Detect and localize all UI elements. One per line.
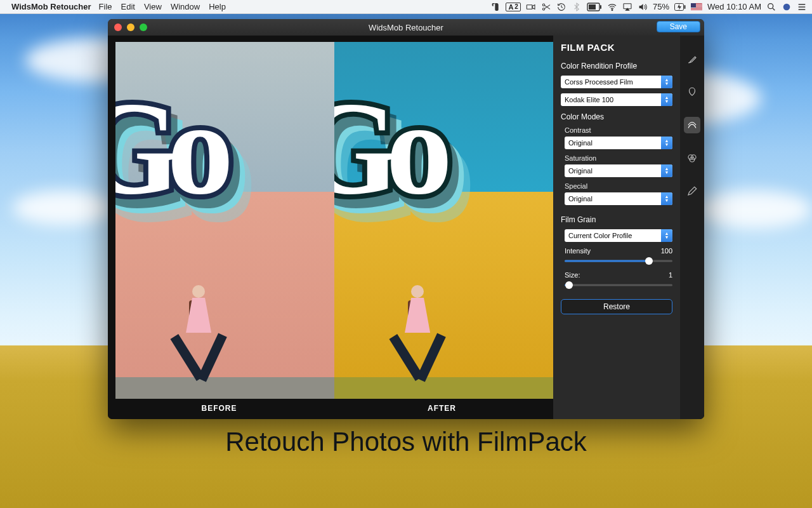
person-silhouette [405,285,430,382]
window-zoom-button[interactable] [140,23,147,31]
wifi-icon[interactable] [607,2,617,12]
size-value: 1 [669,271,672,279]
channels-tool-icon[interactable] [684,150,700,166]
evernote-icon[interactable] [490,2,501,12]
special-select[interactable]: Original▲▼ [565,192,672,205]
film-pack-panel: FILM PACK Color Rendition Profile Corss … [553,36,680,419]
panel-heading: FILM PACK [561,42,672,53]
profile-select[interactable]: Corss Processed Film▲▼ [561,76,672,88]
after-pane: Go [334,42,553,399]
person-silhouette [186,285,211,382]
charging-icon [674,3,686,11]
portrait-tool-icon[interactable] [684,84,700,100]
svg-point-10 [768,3,773,8]
contrast-label: Contrast [565,126,672,134]
special-label: Special [565,182,672,190]
color-modes-label: Color Modes [561,112,672,121]
notification-center-icon[interactable] [797,2,807,12]
svg-rect-0 [527,4,532,9]
desktop: WidsMob Retoucher File Edit View Window … [0,0,812,508]
before-pane: Go [115,42,334,399]
brush-tool-icon[interactable] [684,51,700,67]
svg-point-11 [783,3,790,10]
intensity-value: 100 [661,247,672,255]
size-label: Size: [565,271,580,279]
tool-rail [680,36,704,419]
airplay-icon[interactable] [622,2,632,12]
adobe-cc-icon[interactable]: A2 [506,3,521,11]
color-rendition-label: Color Rendition Profile [561,62,672,70]
svg-rect-5 [589,4,596,10]
input-source-flag-icon[interactable] [691,3,702,11]
battery-icon[interactable] [587,3,602,11]
grain-profile-select[interactable]: Current Color Profile▲▼ [565,229,672,242]
saturation-label: Saturation [565,154,672,162]
film-grain-label: Film Grain [561,215,672,224]
volume-icon[interactable] [638,2,648,12]
menubar-status: A2 75% Wed 10:10 AM [490,2,807,12]
graffiti-text: Go [334,102,553,195]
intensity-slider[interactable] [565,256,672,266]
window-minimize-button[interactable] [127,23,134,31]
preview-canvas: Go Go BEFORE AFTER [108,36,553,419]
spotlight-icon[interactable] [766,2,776,12]
menu-help[interactable]: Help [209,2,226,11]
titlebar[interactable]: WidsMob Retoucher Save [108,19,704,36]
app-window: WidsMob Retoucher Save Go Go [108,19,704,419]
pencil-tool-icon[interactable] [684,183,700,199]
app-name[interactable]: WidsMob Retoucher [11,2,91,11]
size-slider[interactable] [565,280,672,290]
scissors-icon[interactable] [541,2,551,12]
svg-rect-4 [600,5,601,9]
after-label: AFTER [331,404,553,413]
window-title: WidsMob Retoucher [108,23,704,32]
intensity-label: Intensity [565,247,591,255]
before-label: BEFORE [108,404,331,413]
video-icon[interactable] [526,2,536,12]
svg-rect-9 [684,5,685,9]
menu-view[interactable]: View [144,2,162,11]
marketing-caption: Retouch Photos with FilmPack [0,427,812,457]
window-close-button[interactable] [114,23,122,31]
bluetooth-icon[interactable] [572,2,582,12]
macos-menubar: WidsMob Retoucher File Edit View Window … [0,0,812,14]
clock[interactable]: Wed 10:10 AM [707,2,761,11]
siri-icon[interactable] [782,2,792,12]
battery-percent: 75% [653,2,669,11]
contrast-select[interactable]: Original▲▼ [565,137,672,149]
restore-button[interactable]: Restore [561,299,672,314]
menu-file[interactable]: File [99,2,112,11]
film-select[interactable]: Kodak Elite 100▲▼ [561,93,672,106]
filmpack-tool-icon[interactable] [684,117,700,133]
svg-point-6 [612,9,613,10]
menu-edit[interactable]: Edit [121,2,135,11]
menu-window[interactable]: Window [171,2,200,11]
timemachine-icon[interactable] [556,2,566,12]
graffiti-text: Go [115,102,334,195]
save-button[interactable]: Save [657,21,700,32]
saturation-select[interactable]: Original▲▼ [565,164,672,177]
